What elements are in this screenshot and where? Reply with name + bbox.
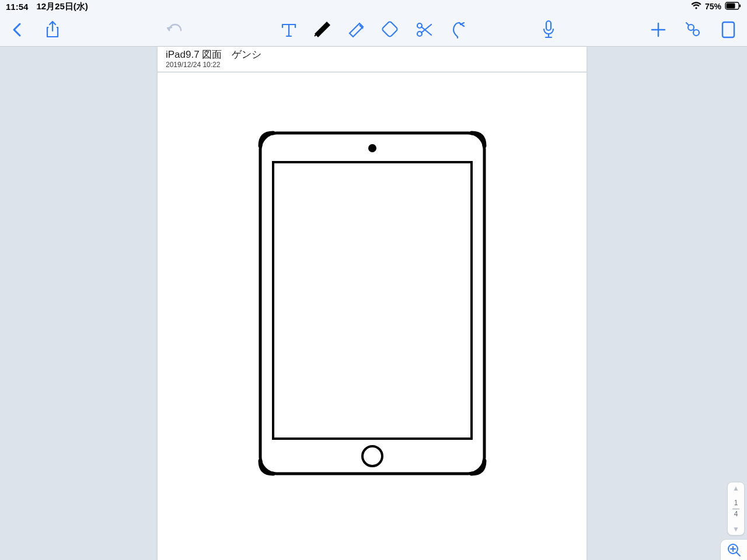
ipad-drawing <box>256 128 489 481</box>
wifi-icon <box>691 2 701 12</box>
status-date: 12月25日(水) <box>36 1 88 12</box>
status-bar: 11:54 12月25日(水) 75% <box>0 0 747 13</box>
battery-percent: 75% <box>705 2 721 11</box>
pen-tool-button[interactable] <box>311 18 334 41</box>
svg-point-19 <box>362 446 382 466</box>
svg-rect-2 <box>739 4 741 7</box>
back-button[interactable] <box>6 18 29 41</box>
page-down-button[interactable]: ▼ <box>732 526 739 533</box>
svg-rect-8 <box>546 21 551 30</box>
svg-rect-15 <box>722 22 734 37</box>
page-view-button[interactable] <box>717 18 740 41</box>
workspace: iPad9.7 図面 ゲンシ 2019/12/24 10:22 <box>0 47 747 560</box>
text-tool-button[interactable] <box>277 18 301 41</box>
battery-icon <box>725 2 741 12</box>
note-timestamp: 2019/12/24 10:22 <box>166 61 578 69</box>
microphone-button[interactable] <box>537 18 560 41</box>
settings-button[interactable] <box>682 18 705 41</box>
lasso-tool-button[interactable] <box>446 18 470 41</box>
share-button[interactable] <box>41 18 64 41</box>
page-indicator: 1 4 <box>732 499 739 517</box>
note-page[interactable]: iPad9.7 図面 ゲンシ 2019/12/24 10:22 <box>158 47 587 560</box>
svg-rect-17 <box>273 162 472 439</box>
scissors-tool-button[interactable] <box>413 18 436 41</box>
eraser-tool-button[interactable] <box>379 18 402 41</box>
svg-rect-3 <box>382 21 398 37</box>
status-time: 11:54 <box>6 2 28 12</box>
highlighter-tool-button[interactable] <box>345 18 368 41</box>
undo-button[interactable] <box>163 18 187 41</box>
page-navigator: ▲ 1 4 ▼ <box>727 482 745 536</box>
zoom-in-button[interactable] <box>720 539 747 560</box>
svg-rect-1 <box>727 3 735 8</box>
page-header: iPad9.7 図面 ゲンシ 2019/12/24 10:22 <box>158 47 587 72</box>
svg-line-21 <box>736 552 740 556</box>
page-total: 4 <box>734 510 738 518</box>
toolbar <box>0 13 747 47</box>
note-title: iPad9.7 図面 ゲンシ <box>166 49 578 61</box>
page-up-button[interactable]: ▲ <box>732 485 739 492</box>
add-button[interactable] <box>647 18 670 41</box>
svg-point-18 <box>368 144 376 152</box>
page-current: 1 <box>734 499 738 507</box>
